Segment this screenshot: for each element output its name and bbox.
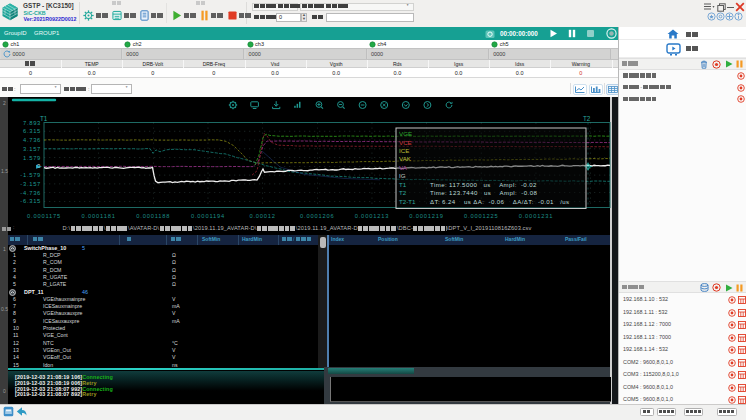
- svg-text:T1: T1: [40, 115, 48, 122]
- svg-text:T2: T2: [583, 115, 591, 122]
- svg-text:0.0001219: 0.0001219: [409, 213, 444, 219]
- svg-text:0.0001206: 0.0001206: [300, 213, 335, 219]
- svg-text:0.0001188: 0.0001188: [136, 213, 170, 219]
- svg-text:1.579: 1.579: [23, 155, 41, 161]
- svg-text:VA: VA: [399, 164, 408, 171]
- svg-text:Time: 117.5000 us Ampl:: Time: 117.5000 us Ampl: -0.02: [430, 181, 537, 188]
- svg-text:0.0001175: 0.0001175: [27, 213, 61, 219]
- svg-text:0.00012: 0.00012: [249, 213, 276, 219]
- svg-text:0.0001225: 0.0001225: [464, 213, 499, 219]
- svg-text:T2: T2: [399, 189, 407, 196]
- svg-text:0.0001213: 0.0001213: [355, 213, 390, 219]
- svg-text:6.315: 6.315: [23, 128, 41, 134]
- svg-text:-4.736: -4.736: [20, 190, 41, 196]
- svg-text:7.893: 7.893: [23, 120, 41, 126]
- svg-text:T2-T1: T2-T1: [399, 198, 416, 205]
- svg-text:4.736: 4.736: [23, 137, 41, 143]
- svg-text:0.0001194: 0.0001194: [191, 213, 225, 219]
- svg-text:IG: IG: [399, 172, 406, 179]
- svg-text:ICE: ICE: [399, 147, 409, 154]
- svg-text:3.157: 3.157: [23, 146, 41, 152]
- svg-text:VAK: VAK: [399, 155, 412, 162]
- svg-text:0.0001231: 0.0001231: [519, 213, 554, 219]
- svg-text:-6.315: -6.315: [20, 198, 41, 204]
- svg-text:VCE: VCE: [399, 139, 412, 146]
- svg-text:0.0001181: 0.0001181: [82, 213, 116, 219]
- svg-text:T1: T1: [399, 181, 407, 188]
- svg-text:-3.157: -3.157: [20, 181, 41, 187]
- svg-text:VGE: VGE: [399, 130, 412, 137]
- svg-text:ΔT: 6.24 us ΔA: -0.06 Δ: ΔT: 6.24 us ΔA: -0.06 ΔA/ΔT: -0.01 /us: [430, 198, 569, 205]
- svg-text:Time: 123.7440 us Ampl:: Time: 123.7440 us Ampl: -0.08: [430, 189, 537, 196]
- svg-text:-1.579: -1.579: [20, 172, 41, 178]
